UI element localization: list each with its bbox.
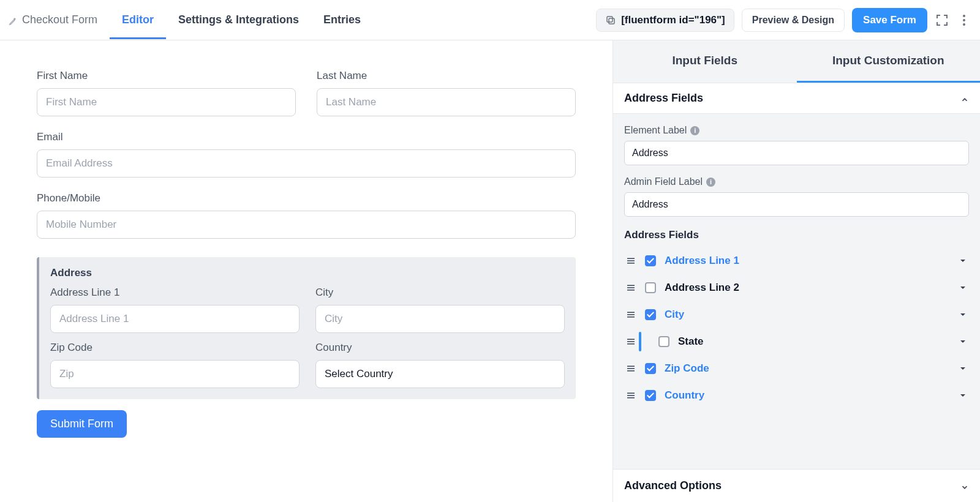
submit-button[interactable]: Submit Form — [37, 410, 127, 438]
top-tabs: Editor Settings & Integrations Entries — [110, 1, 373, 39]
address-field-row[interactable]: Address Line 1 — [624, 247, 969, 274]
last-name-label: Last Name — [317, 70, 576, 82]
caret-down-icon[interactable] — [958, 283, 968, 293]
admin-label-label: Admin Field Label i — [624, 176, 969, 187]
advanced-options-label: Advanced Options — [624, 479, 722, 492]
checkbox[interactable] — [645, 309, 656, 320]
svg-rect-0 — [609, 18, 614, 24]
address-field-row[interactable]: Zip Code — [624, 355, 969, 382]
tab-settings[interactable]: Settings & Integrations — [166, 1, 311, 39]
drag-handle-icon[interactable] — [625, 282, 636, 293]
element-label-input[interactable] — [624, 141, 969, 165]
checkbox[interactable] — [645, 390, 656, 401]
shortcode-chip[interactable]: [fluentform id="196"] — [596, 9, 734, 32]
fullscreen-icon[interactable] — [935, 13, 949, 28]
email-label: Email — [37, 131, 576, 143]
chevron-down-icon — [960, 482, 969, 490]
zip-label: Zip Code — [50, 342, 300, 354]
address-field-label: City — [665, 309, 949, 321]
address-line1-label: Address Line 1 — [50, 287, 300, 299]
sidebar: Input Fields Input Customization Address… — [612, 40, 980, 502]
address-block-title: Address — [50, 267, 565, 279]
country-select[interactable]: Select Country — [315, 360, 565, 388]
caret-down-icon[interactable] — [958, 391, 968, 400]
address-field-row[interactable]: Country — [624, 382, 969, 409]
sidebar-tab-fields[interactable]: Input Fields — [613, 40, 797, 83]
form-canvas: First Name Last Name Email Phone/Mobile … — [0, 40, 612, 502]
info-icon[interactable]: i — [690, 126, 699, 135]
address-field-row[interactable]: State — [624, 328, 969, 355]
address-line1-input[interactable] — [50, 305, 300, 333]
address-fields-heading: Address Fields — [624, 229, 969, 241]
address-field-row[interactable]: City — [624, 301, 969, 328]
caret-down-icon[interactable] — [958, 337, 968, 347]
caret-down-icon[interactable] — [958, 364, 968, 373]
address-field-label: Address Line 1 — [665, 255, 949, 267]
address-fields-list: Address Line 1Address Line 2CityStateZip… — [624, 247, 969, 409]
city-label: City — [315, 287, 565, 299]
chevron-up-icon — [960, 94, 969, 103]
drag-handle-icon[interactable] — [625, 363, 636, 374]
drag-handle-icon[interactable] — [625, 336, 636, 347]
more-icon[interactable] — [957, 13, 971, 28]
drag-handle-icon[interactable] — [625, 255, 636, 266]
address-field-label: Zip Code — [665, 362, 949, 375]
first-name-input[interactable] — [37, 88, 296, 116]
checkbox[interactable] — [645, 282, 656, 293]
shortcode-text: [fluentform id="196"] — [621, 14, 725, 26]
info-icon[interactable]: i — [706, 178, 715, 187]
pencil-icon — [9, 16, 17, 24]
svg-point-4 — [963, 23, 965, 26]
save-button[interactable]: Save Form — [852, 8, 927, 32]
tab-entries[interactable]: Entries — [311, 1, 373, 39]
caret-down-icon[interactable] — [958, 256, 968, 266]
drag-handle-icon[interactable] — [625, 390, 636, 401]
preview-button[interactable]: Preview & Design — [742, 9, 845, 32]
section-title: Address Fields — [624, 92, 703, 105]
zip-input[interactable] — [50, 360, 300, 388]
checkbox[interactable] — [645, 363, 656, 374]
admin-label-input[interactable] — [624, 192, 969, 217]
advanced-options-header[interactable]: Advanced Options — [613, 469, 980, 502]
caret-down-icon[interactable] — [958, 310, 968, 320]
address-field-row[interactable]: Address Line 2 — [624, 274, 969, 301]
country-label: Country — [315, 342, 565, 354]
checkbox[interactable] — [658, 336, 669, 347]
checkbox[interactable] — [645, 255, 656, 266]
svg-point-2 — [963, 15, 965, 17]
form-title-wrap[interactable]: Checkout Form — [9, 13, 97, 26]
drag-handle-icon[interactable] — [625, 309, 636, 320]
copy-icon — [605, 15, 616, 26]
country-placeholder: Select Country — [325, 368, 393, 380]
svg-point-3 — [963, 19, 965, 21]
sidebar-tab-customization[interactable]: Input Customization — [797, 40, 981, 83]
phone-label: Phone/Mobile — [37, 192, 576, 204]
element-label-label: Element Label i — [624, 125, 969, 136]
address-field-label: Country — [665, 389, 949, 402]
address-field-label: State — [678, 335, 949, 348]
first-name-label: First Name — [37, 70, 296, 82]
tab-editor[interactable]: Editor — [110, 1, 166, 39]
form-title: Checkout Form — [22, 13, 97, 26]
last-name-input[interactable] — [317, 88, 576, 116]
section-header-address[interactable]: Address Fields — [613, 83, 980, 114]
address-field-label: Address Line 2 — [665, 282, 949, 294]
top-bar: Checkout Form Editor Settings & Integrat… — [0, 0, 980, 40]
phone-input[interactable] — [37, 211, 576, 239]
city-input[interactable] — [315, 305, 565, 333]
email-input[interactable] — [37, 149, 576, 178]
address-block[interactable]: Address Address Line 1 City Zip Code — [37, 257, 576, 399]
svg-rect-1 — [607, 17, 612, 22]
